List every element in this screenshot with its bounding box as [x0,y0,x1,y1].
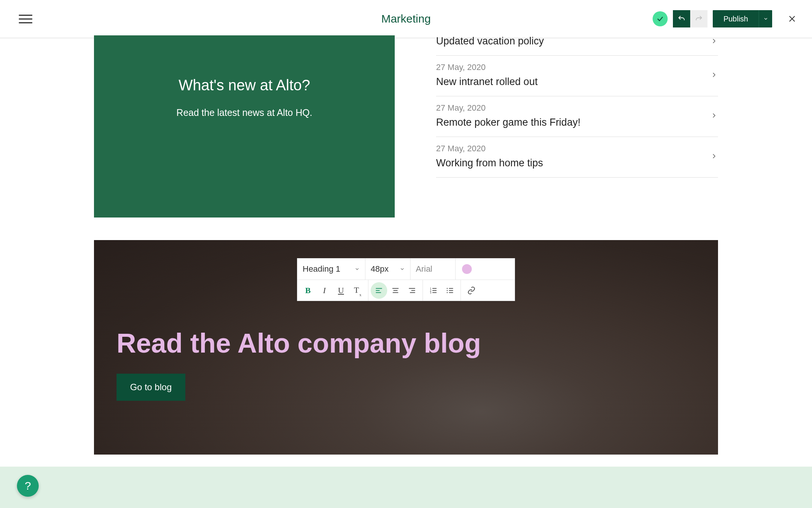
italic-button[interactable]: I [316,282,333,299]
chevron-right-icon [710,71,718,79]
news-item[interactable]: Updated vacation policy [436,35,718,56]
undo-button[interactable] [673,10,690,27]
chevron-down-icon [400,266,405,272]
redo-button[interactable] [690,10,707,27]
go-to-blog-button[interactable]: Go to blog [117,374,185,401]
font-size-select[interactable]: 48px [365,259,410,280]
svg-point-17 [447,288,448,289]
heading-style-value: Heading 1 [303,264,340,274]
editor-canvas: What's new at Alto? Read the latest news… [0,35,812,455]
menu-icon[interactable] [19,12,32,26]
topbar-actions: Publish [653,10,801,27]
whats-new-section: What's new at Alto? Read the latest news… [94,35,718,217]
news-item[interactable]: 27 May, 2020 Working from home tips [436,137,718,178]
svg-point-19 [447,290,448,291]
font-family-value: Arial [416,264,432,274]
publish-dropdown-button[interactable] [759,10,772,27]
chevron-right-icon [710,153,718,160]
news-list: Updated vacation policy 27 May, 2020 New… [395,35,718,217]
chevron-right-icon [710,112,718,120]
news-headline: New intranet rolled out [436,76,538,87]
undo-redo-group [673,10,707,27]
align-center-button[interactable] [387,282,404,299]
ordered-list-button[interactable]: 123 [425,282,442,299]
font-size-value: 48px [371,264,389,274]
news-item[interactable]: 27 May, 2020 New intranet rolled out [436,56,718,96]
heading-style-select[interactable]: Heading 1 [297,259,365,280]
underline-button[interactable]: U [333,282,349,299]
publish-button[interactable]: Publish [713,10,759,27]
chevron-down-icon [354,266,360,272]
chevron-right-icon [710,38,718,45]
hero-headline[interactable]: Read the Alto company blog [117,328,695,359]
news-headline: Remote poker game this Friday! [436,117,580,128]
color-swatch [462,264,472,274]
news-date: 27 May, 2020 [436,62,538,72]
publish-button-group: Publish [713,10,772,27]
svg-text:3: 3 [430,291,432,294]
save-status-icon [653,11,668,26]
bold-button[interactable]: B [300,282,316,299]
unordered-list-button[interactable] [442,282,458,299]
font-family-display: Arial [410,259,455,280]
news-date: 27 May, 2020 [436,103,580,113]
whats-new-subheading: Read the latest news at Alto HQ. [113,107,376,118]
clear-format-button[interactable]: Tx [349,282,366,299]
news-headline: Updated vacation policy [436,35,544,47]
news-item[interactable]: 27 May, 2020 Remote poker game this Frid… [436,96,718,137]
news-date: 27 May, 2020 [436,144,543,154]
page-title: Marketing [381,12,431,25]
topbar: Marketing Publish [0,0,812,38]
footer-strip [0,467,812,508]
close-button[interactable] [783,10,801,27]
whats-new-panel: What's new at Alto? Read the latest news… [94,35,395,217]
blog-hero-block[interactable]: Heading 1 48px Arial B I U [94,240,718,455]
help-button[interactable]: ? [17,475,39,497]
news-headline: Working from home tips [436,157,543,169]
text-color-button[interactable] [455,259,478,280]
svg-point-21 [447,292,448,293]
text-toolbar: Heading 1 48px Arial B I U [297,258,515,301]
link-button[interactable] [463,282,480,299]
whats-new-heading: What's new at Alto? [113,77,376,94]
align-left-button[interactable] [371,282,387,299]
align-right-button[interactable] [404,282,420,299]
